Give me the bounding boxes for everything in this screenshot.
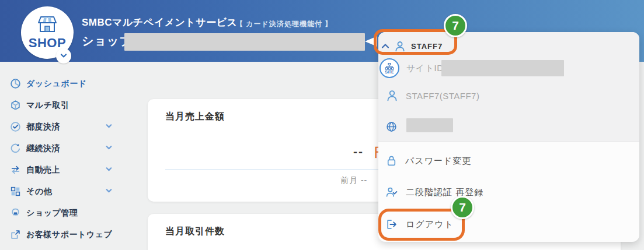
lock-icon: [386, 155, 397, 167]
others-icon: [10, 186, 21, 197]
menu-item-label: パスワード変更: [405, 156, 471, 167]
menu-item-label: 二段階認証 再登録: [406, 187, 483, 198]
annotation-step-number: 7: [452, 19, 459, 33]
auto-sales-icon: [10, 164, 21, 175]
one-time-payment-icon: [10, 121, 21, 132]
sidebar-item-label: お客様サポートウェブ: [26, 230, 112, 240]
chevron-down-icon: [105, 144, 113, 152]
monthly-sales-title: 当月売上金額: [165, 111, 225, 123]
sidebar-item-shop-management[interactable]: ショップ管理: [0, 202, 134, 224]
chevron-down-icon: [105, 166, 113, 173]
shop-switcher-button[interactable]: [56, 48, 71, 64]
sidebar-item-label: ショップ管理: [26, 208, 78, 219]
shop-id-redacted-value: [124, 33, 365, 51]
annotation-highlight-user-menu: [374, 29, 457, 55]
sidebar-item-multi-transaction[interactable]: マルチ取引: [0, 94, 134, 116]
chevron-down-icon: [105, 122, 113, 130]
language-redacted-value: [406, 118, 453, 132]
sidebar-item-dashboard[interactable]: ダッシュボード: [0, 73, 134, 94]
external-link-icon: [10, 229, 21, 240]
sidebar-nav: ダッシュボード マルチ取引 都度決済 継続決済 自動: [0, 73, 134, 245]
previous-month-value: 前月 --: [340, 175, 367, 186]
menu-item-password-change[interactable]: パスワード変更: [386, 154, 471, 168]
site-id-label: サイトID:: [406, 63, 446, 74]
annotation-step-badge: 7: [451, 196, 474, 219]
site-id-row: SITE サイトID:: [380, 58, 446, 79]
sidebar-item-one-time-payment[interactable]: 都度決済: [0, 116, 134, 138]
sidebar-item-label: 都度決済: [26, 122, 60, 132]
annotation-step-number: 7: [459, 200, 466, 214]
sidebar-item-label: マルチ取引: [26, 100, 69, 111]
sidebar-item-others[interactable]: その他: [0, 181, 134, 202]
chevron-down-icon: [105, 187, 113, 195]
globe-icon: [386, 121, 397, 132]
dashboard-icon: [10, 78, 21, 89]
storefront-icon: [36, 15, 58, 35]
shop-management-icon: [10, 207, 21, 219]
language-row: [386, 119, 397, 133]
account-name: STAFF7(STAFF7): [406, 91, 479, 101]
annotation-step-badge: 7: [444, 14, 467, 37]
sidebar-item-label: ダッシュボード: [26, 79, 86, 89]
sidebar-item-support-web[interactable]: お客様サポートウェブ: [0, 224, 134, 245]
user-icon: [387, 90, 398, 101]
sidebar-item-label: その他: [26, 186, 52, 197]
service-subtitle: 【 カード決済処理機能付 】: [236, 19, 332, 29]
sidebar-item-recurring-payment[interactable]: 継続決済: [0, 138, 134, 159]
chevron-down-icon: [60, 53, 68, 59]
monthly-sales-value: --: [353, 145, 364, 159]
sidebar-item-label: 自動売上: [26, 165, 60, 175]
service-title: SMBCマルチペイメントサービス: [82, 16, 237, 29]
site-id-redacted-value: [441, 60, 564, 76]
user-check-icon: [386, 186, 398, 198]
account-row: STAFF7(STAFF7): [387, 89, 479, 103]
monthly-transactions-title: 当月取引件数: [165, 226, 225, 238]
recurring-payment-icon: [10, 143, 21, 154]
multi-transaction-icon: [10, 100, 21, 111]
sidebar-item-label: 継続決済: [26, 143, 60, 154]
annotation-highlight-logout: [378, 209, 465, 241]
sidebar-item-auto-sales[interactable]: 自動売上: [0, 159, 134, 181]
site-icon: SITE: [380, 58, 399, 78]
